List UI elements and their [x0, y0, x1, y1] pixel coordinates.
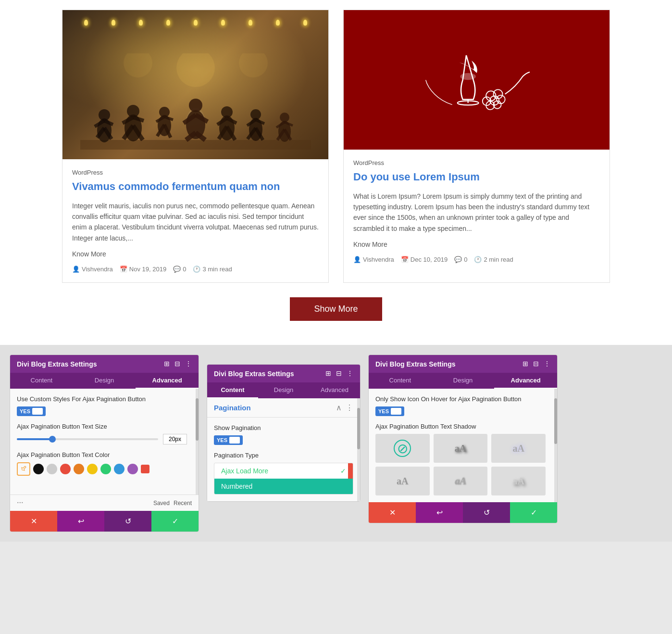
- clock-icon-2: 🕐: [474, 256, 482, 263]
- color-orange[interactable]: [74, 464, 84, 474]
- right-panel-body: Only Show Icon On Hover for Ajax Paginat…: [369, 389, 557, 502]
- right-confirm-btn[interactable]: ✓: [510, 502, 557, 523]
- color-red[interactable]: [60, 464, 71, 474]
- right-toggle[interactable]: YES: [375, 406, 404, 416]
- tab-content-mid[interactable]: Content: [207, 382, 258, 398]
- tab-advanced-right[interactable]: Advanced: [494, 373, 557, 389]
- option-ajax-load-more[interactable]: Ajax Load More ✓: [214, 463, 353, 479]
- left-redo-btn[interactable]: ↺: [104, 511, 151, 532]
- left-toggle1[interactable]: YES: [17, 406, 46, 416]
- right-redo-btn[interactable]: ↺: [463, 502, 510, 523]
- tab-design-left[interactable]: Design: [73, 373, 136, 389]
- shadow-option-5[interactable]: aA: [491, 467, 546, 495]
- right-setting2-label: Ajax Pagination Button Text Shadow: [375, 423, 546, 430]
- pagination-section-header[interactable]: Pagination ∧ ⋮: [207, 398, 360, 418]
- right-cancel-btn[interactable]: ✕: [369, 502, 416, 523]
- party-silhouettes: [80, 53, 311, 150]
- tab-advanced-left[interactable]: Advanced: [136, 373, 199, 389]
- middle-panel-menu-icon[interactable]: ⋮: [347, 369, 353, 378]
- blog-grid: WordPress Vivamus commodo fermentum quam…: [62, 10, 610, 283]
- left-slider-track[interactable]: [17, 438, 158, 440]
- color-gray[interactable]: [47, 464, 57, 474]
- card-1-author: 👤 Vishvendra: [72, 266, 113, 273]
- right-panel-grid-icon[interactable]: ⊟: [533, 360, 539, 368]
- pagination-type-label: Pagination Type: [214, 452, 353, 459]
- show-more-button[interactable]: Show More: [290, 297, 382, 321]
- left-panel-header-icons: ⊞ ⊟ ⋮: [164, 360, 192, 368]
- pagination-settings-icon[interactable]: ⋮: [346, 403, 353, 412]
- card-2-date: 📅 Dec 10, 2019: [401, 256, 448, 263]
- right-panel-menu-icon[interactable]: ⋮: [544, 360, 550, 368]
- card-2-comments: 💬 0: [454, 256, 467, 263]
- left-panel-scrollbar-thumb[interactable]: [196, 398, 199, 441]
- tab-design-right[interactable]: Design: [432, 373, 495, 389]
- pagination-section-title: Pagination: [214, 404, 251, 412]
- card-1-know-more[interactable]: Know More: [72, 250, 319, 258]
- footer-recent-label: Recent: [174, 500, 192, 507]
- left-panel-expand-icon[interactable]: ⊞: [164, 360, 170, 368]
- tab-content-right[interactable]: Content: [369, 373, 432, 389]
- left-confirm-btn[interactable]: ✓: [151, 511, 199, 532]
- right-panel-expand-icon[interactable]: ⊞: [523, 360, 528, 368]
- shadow-option-4[interactable]: аA: [434, 467, 488, 495]
- color-black[interactable]: [33, 464, 44, 474]
- color-green[interactable]: [100, 464, 111, 474]
- left-panel-header: Divi Blog Extras Settings ⊞ ⊟ ⋮: [10, 355, 199, 373]
- tab-content-left[interactable]: Content: [10, 373, 73, 389]
- right-setting1-label: Only Show Icon On Hover for Ajax Paginat…: [375, 395, 546, 403]
- left-slider-row: 20px: [17, 434, 187, 444]
- middle-panel-grid-icon[interactable]: ⊟: [336, 369, 342, 378]
- pagination-chevron-up-icon[interactable]: ∧: [336, 403, 342, 412]
- right-undo-btn[interactable]: ↩: [416, 502, 463, 523]
- right-panel-scrollbar-thumb[interactable]: [554, 398, 557, 444]
- card-2-know-more[interactable]: Know More: [353, 241, 600, 248]
- left-panel-grid-icon[interactable]: ⊟: [174, 360, 180, 368]
- panels-container: Divi Blog Extras Settings ⊞ ⊟ ⋮ Content …: [0, 345, 672, 542]
- middle-panel-expand-icon[interactable]: ⊞: [325, 369, 331, 378]
- card-1-excerpt: Integer velit mauris, iaculis non purus …: [72, 201, 319, 244]
- left-cancel-btn[interactable]: ✕: [10, 511, 57, 532]
- panels-section: Divi Blog Extras Settings ⊞ ⊟ ⋮ Content …: [10, 355, 558, 532]
- middle-toggle-text: YES: [217, 437, 227, 443]
- silhouettes-group: [62, 10, 328, 159]
- shadow-option-3[interactable]: aA: [375, 467, 430, 495]
- card-2-image: [344, 10, 610, 150]
- comment-icon-2: 💬: [454, 256, 462, 263]
- left-toggle1-thumb: [32, 408, 43, 415]
- middle-panel-scrollbar-thumb[interactable]: [357, 408, 360, 449]
- left-panel: Divi Blog Extras Settings ⊞ ⊟ ⋮ Content …: [10, 355, 199, 532]
- wine-logo-svg: [424, 45, 530, 115]
- card-1-title: Vivamus commodo fermentum quam non: [72, 180, 319, 194]
- middle-toggle-thumb: [229, 437, 240, 444]
- card-2-title: Do you use Lorem Ipsum: [353, 170, 600, 184]
- footer-dots-icon[interactable]: ···: [17, 498, 24, 508]
- calendar-icon: 📅: [120, 266, 127, 273]
- main-content: WordPress Vivamus commodo fermentum quam…: [0, 0, 672, 345]
- shadow-2-text: aA: [512, 443, 524, 454]
- left-slider-thumb[interactable]: [49, 436, 56, 443]
- card-2-category: WordPress: [353, 159, 600, 166]
- eyedropper-icon[interactable]: [17, 462, 30, 476]
- shadow-option-2[interactable]: aA: [491, 434, 546, 463]
- card-2-author: 👤 Vishvendra: [353, 256, 394, 263]
- option-numbered[interactable]: Numbered: [214, 479, 353, 494]
- shadow-option-1[interactable]: aA: [434, 434, 488, 463]
- shadow-none[interactable]: ⊘: [375, 434, 430, 463]
- left-slider-fill: [17, 438, 52, 440]
- color-blue[interactable]: [114, 464, 124, 474]
- middle-toggle[interactable]: YES: [214, 435, 243, 445]
- right-panel-scrollbar: [554, 389, 557, 502]
- color-purple[interactable]: [127, 464, 138, 474]
- color-custom[interactable]: [141, 465, 149, 473]
- color-yellow[interactable]: [87, 464, 98, 474]
- footer-saved-label: Saved: [153, 500, 170, 507]
- middle-panel-tabs: Content Design Advanced: [207, 382, 360, 398]
- tab-advanced-mid[interactable]: Advanced: [309, 382, 360, 398]
- show-pagination-label: Show Pagination: [214, 424, 353, 431]
- left-undo-btn[interactable]: ↩: [57, 511, 104, 532]
- left-panel-menu-icon[interactable]: ⋮: [185, 360, 192, 368]
- middle-panel-content: Pagination ∧ ⋮ Show Pagination YES Pagin…: [207, 398, 360, 501]
- right-panel-tabs: Content Design Advanced: [369, 373, 557, 389]
- tab-design-mid[interactable]: Design: [258, 382, 309, 398]
- card-1-body: WordPress Vivamus commodo fermentum quam…: [62, 159, 328, 282]
